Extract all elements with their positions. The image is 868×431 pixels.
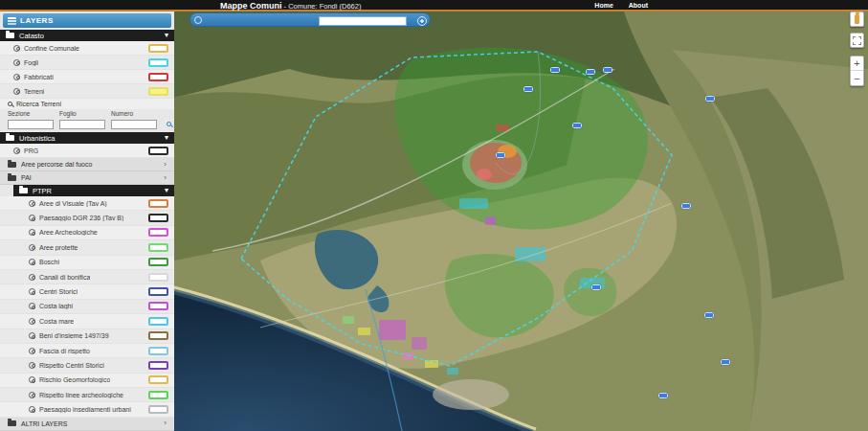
layer-settings-icon[interactable] [29, 406, 35, 413]
layer-settings-icon[interactable] [29, 244, 35, 251]
nav-about-link[interactable]: About [629, 2, 648, 9]
layer-row[interactable]: Beni d'insieme 1497/39 [0, 329, 174, 344]
layer-settings-icon[interactable] [13, 88, 20, 95]
nav-home-link[interactable]: Home [594, 2, 612, 9]
streetview-pegman-button[interactable] [850, 11, 864, 27]
folder-icon [8, 162, 16, 168]
map-pin[interactable] [603, 67, 612, 73]
layer-settings-icon[interactable] [29, 200, 35, 207]
layer-row[interactable]: Aree Archeologiche [0, 226, 174, 240]
layer-settings-icon[interactable] [29, 303, 35, 309]
sezione-field[interactable] [8, 120, 54, 129]
map-pin[interactable] [704, 312, 714, 318]
layer-swatch [148, 73, 168, 81]
layer-row[interactable]: Costa laghi [0, 300, 174, 314]
chevron-down-icon[interactable]: ▾ [165, 32, 168, 39]
layer-row[interactable]: Aree di Visuale (Tav A) [0, 196, 174, 211]
layer-row[interactable]: Rispetto linee archeologiche [0, 388, 174, 402]
map-search-bar[interactable] [189, 12, 431, 27]
layer-settings-icon[interactable] [29, 348, 35, 354]
map-pin[interactable] [591, 284, 601, 290]
folder-pai[interactable]: PAI › [0, 171, 174, 185]
layer-label: PRG [24, 147, 38, 154]
layer-swatch [148, 273, 168, 282]
layer-row[interactable]: Canali di bonifica [0, 270, 174, 284]
layer-row[interactable]: Terreni [0, 84, 174, 99]
chevron-right-icon[interactable]: › [164, 161, 167, 169]
layer-row[interactable]: Fogli [0, 56, 174, 70]
comune-subtitle: - Comune: Fondi (D662) [282, 2, 362, 11]
layer-row[interactable]: Rischio Geomorfologico [0, 374, 174, 388]
map-pin[interactable] [586, 69, 595, 75]
layer-settings-icon[interactable] [13, 74, 20, 80]
layer-settings-icon[interactable] [29, 318, 35, 325]
layer-row[interactable]: Aree protette [0, 240, 174, 255]
layer-settings-icon[interactable] [29, 362, 35, 369]
layer-row[interactable]: Fascia di rispetto [0, 344, 174, 358]
layer-settings-icon[interactable] [29, 392, 35, 398]
locate-icon[interactable] [417, 16, 427, 26]
layer-label: Confine Comunale [24, 45, 79, 52]
layer-label: Rischio Geomorfologico [39, 376, 110, 383]
layer-row[interactable]: Fabbricati [0, 70, 174, 84]
layers-panel-header[interactable]: LAYERS [3, 13, 171, 28]
layer-row[interactable]: Boschi [0, 256, 174, 270]
layer-settings-icon[interactable] [29, 229, 35, 236]
chevron-down-icon[interactable]: ▾ [165, 187, 168, 194]
map-pin[interactable] [523, 86, 533, 92]
ricerca-field-labels: Sezione Foglio Numero [0, 109, 174, 117]
chevron-right-icon[interactable]: › [164, 420, 167, 427]
layer-row[interactable]: Confine Comunale [0, 41, 174, 56]
layer-settings-icon[interactable] [29, 274, 35, 281]
zoom-in-button[interactable]: + [851, 57, 863, 71]
foglio-label: Foglio [59, 110, 111, 117]
folder-altri-layers[interactable]: ALTRI LAYERS › [0, 418, 174, 431]
layer-swatch [148, 302, 168, 310]
layer-swatch [148, 58, 168, 67]
map-pin[interactable] [658, 393, 668, 398]
zoom-out-button[interactable]: − [851, 71, 863, 85]
layer-swatch [148, 214, 168, 222]
layer-settings-icon[interactable] [29, 288, 35, 295]
chevron-right-icon[interactable]: › [164, 174, 167, 182]
layer-settings-icon[interactable] [29, 215, 35, 221]
section-urbanistica[interactable]: Urbanistica ▾ [0, 132, 174, 144]
chevron-down-icon[interactable]: ▾ [165, 134, 168, 142]
map-pin[interactable] [496, 152, 505, 158]
numero-field[interactable] [111, 120, 157, 129]
map-pin[interactable] [572, 123, 582, 128]
map-pin[interactable] [550, 67, 560, 73]
layer-row[interactable]: Costa mare [0, 314, 174, 329]
header-nav: Home About [594, 2, 648, 9]
layer-settings-icon[interactable] [29, 376, 35, 383]
layer-row[interactable]: Rispetto Centri Storici [0, 358, 174, 373]
map-pin[interactable] [705, 96, 715, 102]
layer-settings-icon[interactable] [13, 147, 20, 154]
layer-label: Fogli [24, 59, 38, 66]
layer-label: Paesaggio insediamenti urbani [39, 406, 131, 413]
layer-swatch [148, 87, 168, 96]
zoom-control: + − [850, 56, 864, 86]
folder-aree-percorse-dal-fuoco[interactable]: Aree percorse dal fuoco › [0, 158, 174, 171]
layer-settings-icon[interactable] [29, 332, 35, 339]
page-title: Mappe Comuni - Comune: Fondi (D662) [220, 1, 361, 11]
map-search-input[interactable] [319, 16, 407, 26]
layer-row[interactable]: Paesaggio insediamenti urbani [0, 402, 174, 417]
ricerca-terreni-header: Ricerca Terreni [0, 99, 174, 109]
layer-label: Fascia di rispetto [39, 348, 90, 354]
ricerca-search-button[interactable] [167, 119, 171, 129]
layer-settings-icon[interactable] [13, 45, 20, 52]
layer-row-prg[interactable]: PRG [0, 144, 174, 158]
map-pin[interactable] [681, 203, 691, 209]
layer-settings-icon[interactable] [13, 59, 20, 66]
layer-label: Rispetto linee archeologiche [39, 392, 123, 398]
map-canvas[interactable]: + − [174, 11, 868, 431]
section-catasto[interactable]: Catasto ▾ [0, 30, 174, 41]
fullscreen-button[interactable] [850, 33, 864, 48]
foglio-field[interactable] [59, 120, 105, 129]
layer-row[interactable]: Centri Storici [0, 284, 174, 299]
layer-row[interactable]: Paesaggio DGR 236 (Tav B) [0, 211, 174, 225]
map-pin[interactable] [721, 359, 730, 365]
layer-settings-icon[interactable] [29, 259, 35, 265]
section-ptpr[interactable]: PTPR ▾ [13, 185, 174, 196]
